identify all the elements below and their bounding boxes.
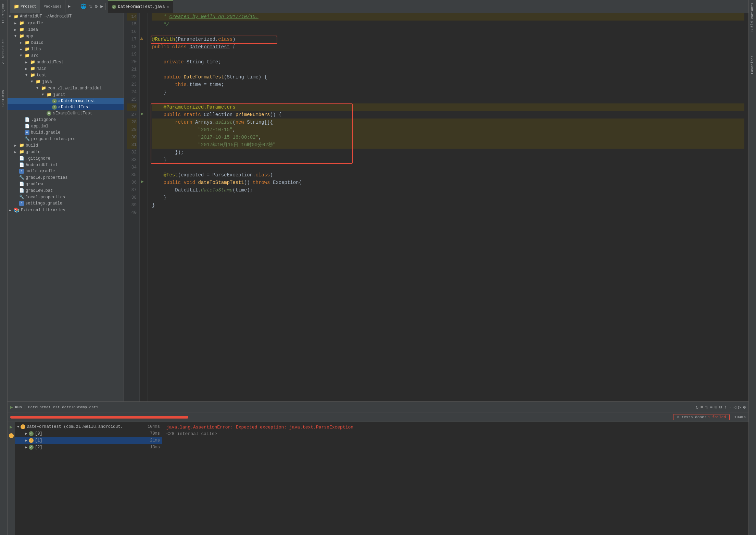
toolbar-settings2-icon[interactable]: ⚙ — [743, 405, 746, 410]
sidebar-item-gradlewbat[interactable]: 📄 gradlew.bat — [8, 187, 124, 194]
line-num-18: 18 — [127, 43, 137, 51]
sidebar-item-gradle1[interactable]: ▶ 📁 .gradle — [8, 20, 124, 26]
gutter-run-27[interactable]: ▶ — [141, 111, 144, 116]
toolbar-sort-icon[interactable]: ⇅ — [705, 405, 708, 410]
sidebar-item-exampleunittest[interactable]: G a ExampleUnitTest — [8, 110, 124, 116]
bottom-run-icon[interactable]: ▶ — [10, 424, 12, 430]
sidebar-item-appiml[interactable]: 📄 app.iml — [8, 123, 124, 129]
line-num-21: 21 — [127, 66, 137, 73]
settingsgradle-icon: G — [19, 201, 24, 206]
line-num-30: 30 — [127, 134, 137, 141]
sidebar-item-build2[interactable]: ▶ 📁 build — [8, 142, 124, 149]
file-tab-active[interactable]: J DateFormatTest.java ✕ — [108, 0, 173, 13]
test-item-2[interactable]: ▶ ✓ [2] 13ms — [15, 444, 162, 451]
code-area[interactable]: * Created by weilu on 2017/10/15. */ @Ru… — [148, 13, 748, 401]
sidebar-item-test[interactable]: ▼ 📁 test — [8, 72, 124, 78]
run-btn[interactable]: ▶ — [10, 405, 13, 410]
sidebar-item-gradlew[interactable]: 📄 gradlew — [8, 181, 124, 187]
sidebar-item-src[interactable]: ▼ 📁 src — [8, 52, 124, 59]
sidebar-item-idea[interactable]: ▶ 📁 .idea — [8, 26, 124, 33]
sidebar-item-buildgradle1[interactable]: G build.gradle — [8, 129, 124, 136]
sidebar-item-buildgradle2[interactable]: G build.gradle — [8, 168, 124, 174]
test-item-1[interactable]: ▶ ! [1] 21ms — [15, 437, 162, 444]
test-label: test — [37, 73, 47, 78]
fail-icon-1: ! — [29, 438, 34, 443]
sidebar-item-gradleprops[interactable]: 🔧 gradle.properties — [8, 174, 124, 181]
right-toolbar: Build Variants Favorites — [748, 0, 756, 535]
sidebar-item-java[interactable]: ▼ 📁 java — [8, 78, 124, 85]
idea-label: .idea — [26, 27, 38, 32]
root-label: AndroidUT ~/AndroidUT — [20, 14, 72, 19]
dateformattest-java-icon: G — [52, 99, 57, 103]
sidebar-item-junit[interactable]: ▼ 📁 junit — [8, 91, 124, 98]
test-item-0[interactable]: ▶ ✓ [0] 70ms — [15, 430, 162, 437]
sidebar-item-libs[interactable]: ▶ 📁 libs — [8, 46, 124, 52]
toolbar-prev-icon[interactable]: ◁ — [734, 405, 736, 410]
gutter-warn-18: ⚠ — [140, 36, 143, 41]
line-num-29: 29 — [127, 126, 137, 134]
toolbar-replay-icon[interactable]: ↻ — [696, 405, 698, 410]
sidebar-item-app[interactable]: ▼ 📁 app — [8, 33, 124, 39]
code-line-17: @RunWith(Parameterized.class) — [152, 36, 744, 43]
gradle2-label: gradle — [26, 150, 40, 154]
toolbar-expand-icon[interactable]: ⊞ — [715, 405, 717, 410]
toolbar-import-icon[interactable]: ↓ — [729, 405, 732, 410]
separator2 — [105, 3, 106, 10]
sidebar-item-androidutiml[interactable]: 📄 AndroidUT.iml — [8, 162, 124, 168]
sidebar-item-dateformattest[interactable]: G a DateFormatTest — [8, 98, 124, 104]
sidebar-item-androidtest[interactable]: ▶ 📁 androidTest — [8, 59, 124, 65]
root-test-label: DateFormatTest (com.zl.weilu.androidut. — [27, 424, 123, 429]
tab-close-btn[interactable]: ✕ — [167, 5, 169, 9]
favorites-label[interactable]: Favorites — [751, 55, 754, 74]
toolbar-collapse-icon[interactable]: ⊟ — [719, 405, 722, 410]
structure-panel-label[interactable]: Z: Structure — [0, 37, 7, 67]
project-tab-label: Project — [21, 4, 36, 9]
project-tab[interactable]: 📁 Project — [10, 0, 40, 13]
test-item-root[interactable]: ▼ ! DateFormatTest (com.zl.weilu.android… — [15, 423, 162, 430]
settingsgradle-label: settings.gradle — [25, 201, 62, 206]
code-scroll-area[interactable]: 14 15 16 17 18 19 20 21 22 23 24 25 26 2… — [124, 13, 748, 401]
root-tree-item[interactable]: ▼ 📁 AndroidUT ~/AndroidUT — [8, 13, 124, 20]
toolbar-stop-icon[interactable]: ■ — [701, 405, 703, 410]
tab-bar: 📁 Project Packages ▶ — [10, 0, 73, 13]
sidebar-item-gradle2[interactable]: ▶ 📁 gradle — [8, 149, 124, 155]
test-output[interactable]: java.lang.AssertionError: Expected excep… — [162, 422, 748, 535]
gitignore2-label: .gitignore — [26, 156, 50, 161]
sidebar-item-gitignore2[interactable]: 📄 .gitignore — [8, 155, 124, 162]
sidebar-item-proguard[interactable]: 🔧 proguard-rules.pro — [8, 136, 124, 142]
sidebar-item-com[interactable]: ▼ 📁 com.zl.weilu.androidut — [8, 85, 124, 91]
settings-icon[interactable]: ⚙ — [95, 3, 98, 9]
time-label: 104ms — [734, 415, 746, 419]
editor-pane: 14 15 16 17 18 19 20 21 22 23 24 25 26 2… — [124, 13, 748, 401]
globe-icon[interactable]: 🌐 — [80, 3, 86, 9]
sidebar-item-gitignore1[interactable]: 📄 .gitignore — [8, 116, 124, 123]
toolbar-next-icon[interactable]: ▷ — [738, 405, 741, 410]
gutter-run-36[interactable]: ▶ — [141, 179, 144, 184]
code-line-14: * Created by weilu on 2017/10/15. — [152, 13, 744, 21]
line-num-23: 23 — [127, 81, 137, 88]
sidebar-item-dateutiltest[interactable]: G a DateUtilTest — [8, 104, 124, 110]
line-num-14: 14 — [127, 13, 137, 21]
localprops-label: local.properties — [26, 195, 65, 200]
sidebar-item-extlibs[interactable]: ▶ 📚 External Libraries — [8, 207, 124, 214]
nav-forward-btn[interactable]: ▶ — [65, 2, 73, 10]
project-panel-label[interactable]: 1: Project — [0, 0, 7, 26]
line-num-22: 22 — [127, 73, 137, 81]
gradlewbat-label: gradlew.bat — [26, 188, 53, 193]
sync-icon[interactable]: ⇅ — [89, 3, 92, 9]
sidebar-item-main[interactable]: ▶ 📁 main — [8, 65, 124, 72]
separator1 — [77, 3, 77, 10]
sidebar-item-settingsgradle[interactable]: G settings.gradle — [8, 200, 124, 207]
run-icon[interactable]: ▶ — [100, 3, 103, 9]
line-num-39: 39 — [127, 201, 137, 209]
toolbar-export-icon[interactable]: ↑ — [724, 405, 727, 410]
captures-panel-label[interactable]: Captures — [0, 87, 7, 109]
bottom-content: ▶ ! ▼ ! DateFormatTest (com.zl.weilu.and… — [8, 422, 748, 535]
buildgradle2-icon: G — [19, 169, 24, 174]
build-variants-label[interactable]: Build Variants — [751, 3, 754, 32]
toolbar-filter-icon[interactable]: ≡ — [710, 405, 713, 410]
test-name-label: DateFormatTest.dateToStampTest1 — [28, 405, 98, 409]
sidebar-item-localprops[interactable]: 🔧 local.properties — [8, 194, 124, 200]
packages-tab[interactable]: Packages — [40, 0, 65, 13]
sidebar-item-build1[interactable]: ▶ 📁 build — [8, 39, 124, 46]
